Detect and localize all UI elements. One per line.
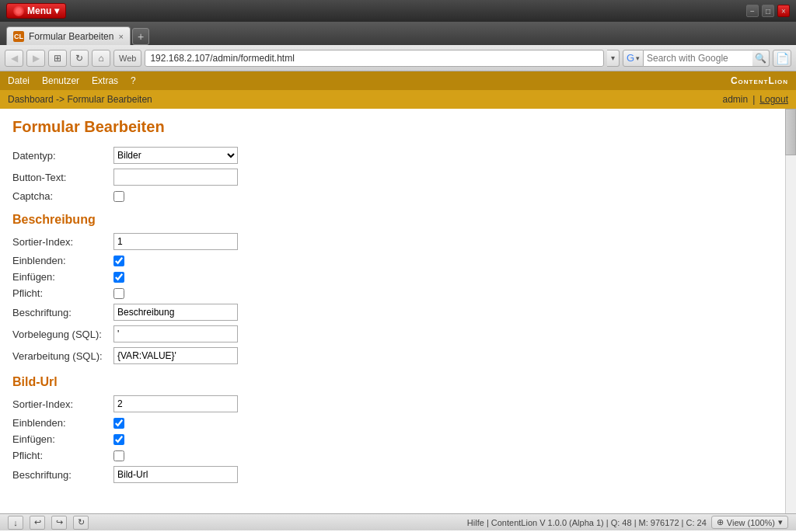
pipe-separator: | [752, 94, 755, 105]
bildurl-einblenden-row: Einblenden: [12, 417, 784, 429]
breadcrumb-text: Dashboard -> Formular Bearbeiten [8, 94, 152, 105]
maximize-button[interactable]: □ [762, 5, 774, 17]
bildurl-sortier-label: Sortier-Index: [12, 398, 113, 410]
beschreibung-verarbeitung-label: Verarbeitung (SQL): [12, 350, 113, 362]
beschreibung-vorbelegung-row: Vorbelegung (SQL): [12, 325, 784, 342]
bildurl-einfuegen-row: Einfügen: [12, 433, 784, 445]
menu-extras[interactable]: Extras [92, 75, 118, 86]
datentyp-select[interactable]: Bilder Text Zahl Datum [113, 147, 238, 164]
browser-titlebar: Menu ▾ − □ × [0, 0, 796, 22]
address-dropdown[interactable]: ▾ [607, 50, 620, 67]
search-area: G ▾ 🔍 [623, 50, 770, 67]
minimize-button[interactable]: − [746, 5, 759, 17]
beschreibung-sortier-label: Sortier-Index: [12, 236, 113, 248]
magnify-icon: ⊕ [717, 517, 724, 527]
section-title-beschreibung: Beschreibung [12, 213, 784, 227]
breadcrumb-right: admin | Logout [722, 94, 788, 105]
bildurl-einblenden-label: Einblenden: [12, 417, 113, 429]
app-menubar: Datei Benutzer Extras ? ContentLion [0, 71, 796, 90]
browser-navbar: ◀ ▶ ⊞ ↻ ⌂ Web ▾ G ▾ 🔍 📄 [0, 45, 796, 71]
browser-menu-button[interactable]: Menu ▾ [6, 3, 66, 19]
window-controls: − □ × [746, 5, 790, 17]
logout-link[interactable]: Logout [759, 94, 788, 105]
status-icon-back[interactable]: ↩ [30, 516, 45, 530]
button-text-row: Button-Text: [12, 169, 784, 186]
beschreibung-einfuegen-checkbox[interactable] [113, 272, 124, 283]
history-button[interactable]: ⊞ [48, 50, 67, 67]
captcha-label: Captcha: [12, 190, 113, 202]
bildurl-beschriftung-row: Beschriftung: [12, 466, 784, 483]
forward-button[interactable]: ▶ [26, 50, 45, 67]
bildurl-sortier-input[interactable] [113, 395, 238, 412]
menu-label: Menu [27, 5, 51, 16]
menu-datei[interactable]: Datei [8, 75, 30, 86]
beschreibung-beschriftung-row: Beschriftung: [12, 304, 784, 321]
menu-help[interactable]: ? [131, 75, 136, 86]
beschreibung-pflicht-checkbox[interactable] [113, 288, 124, 299]
beschreibung-pflicht-row: Pflicht: [12, 287, 784, 299]
beschreibung-sortier-index-row: Sortier-Index: [12, 233, 784, 250]
section-title-bild-url: Bild-Url [12, 375, 784, 389]
beschreibung-einblenden-checkbox[interactable] [113, 256, 124, 266]
bildurl-einblenden-checkbox[interactable] [113, 418, 124, 429]
button-text-input[interactable] [113, 169, 238, 186]
app-breadcrumb: Dashboard -> Formular Bearbeiten admin |… [0, 90, 796, 109]
close-button[interactable]: × [777, 5, 790, 17]
browser-tab-active[interactable]: CL Formular Bearbeiten × [6, 26, 131, 45]
admin-label: admin [722, 94, 748, 105]
search-engine-button[interactable]: G ▾ [623, 50, 644, 67]
beschreibung-pflicht-label: Pflicht: [12, 287, 113, 299]
bildurl-einfuegen-checkbox[interactable] [113, 434, 124, 445]
menu-arrow: ▾ [54, 5, 59, 16]
page-button[interactable]: 📄 [773, 50, 791, 67]
scrollbar-thumb[interactable] [785, 109, 796, 155]
beschreibung-vorbelegung-input[interactable] [113, 325, 238, 342]
page-title: Formular Bearbeiten [12, 118, 784, 136]
address-bar[interactable] [145, 50, 603, 67]
beschreibung-verarbeitung-input[interactable] [113, 347, 238, 364]
tab-favicon: CL [13, 31, 24, 42]
tab-title: Formular Bearbeiten [29, 31, 113, 42]
browser-tabbar: CL Formular Bearbeiten × + [0, 22, 796, 45]
contentlion-logo: ContentLion [731, 75, 788, 86]
bildurl-einfuegen-label: Einfügen: [12, 433, 113, 445]
bildurl-pflicht-row: Pflicht: [12, 450, 784, 461]
home-button[interactable]: ⌂ [92, 50, 110, 67]
status-icon-download[interactable]: ↓ [8, 516, 23, 530]
bildurl-pflicht-checkbox[interactable] [113, 450, 124, 461]
captcha-checkbox[interactable] [113, 191, 124, 202]
beschreibung-vorbelegung-label: Vorbelegung (SQL): [12, 329, 113, 340]
beschreibung-sortier-input[interactable] [113, 233, 238, 250]
view-arrow: ▾ [778, 517, 783, 527]
web-badge: Web [113, 50, 141, 67]
status-icon-refresh[interactable]: ↻ [73, 516, 89, 530]
bildurl-sortier-index-row: Sortier-Index: [12, 395, 784, 412]
bildurl-beschriftung-input[interactable] [113, 466, 238, 483]
captcha-row: Captcha: [12, 190, 784, 202]
search-input[interactable] [644, 50, 752, 67]
beschreibung-einblenden-label: Einblenden: [12, 255, 113, 266]
bildurl-beschriftung-label: Beschriftung: [12, 469, 113, 481]
tab-close-button[interactable]: × [119, 32, 124, 41]
bildurl-pflicht-label: Pflicht: [12, 450, 113, 461]
new-tab-button[interactable]: + [132, 28, 149, 45]
back-button[interactable]: ◀ [5, 50, 23, 67]
status-icon-forward[interactable]: ↪ [51, 516, 67, 530]
google-g-icon: G [627, 52, 634, 64]
beschreibung-einfuegen-label: Einfügen: [12, 271, 113, 283]
beschreibung-einfuegen-row: Einfügen: [12, 271, 784, 283]
app-content: Formular Bearbeiten Datentyp: Bilder Tex… [0, 109, 796, 513]
beschreibung-verarbeitung-row: Verarbeitung (SQL): [12, 347, 784, 364]
status-left: ↓ ↩ ↪ ↻ [8, 516, 89, 530]
datentyp-row: Datentyp: Bilder Text Zahl Datum [12, 147, 784, 164]
datentyp-label: Datentyp: [12, 150, 113, 162]
beschreibung-beschriftung-input[interactable] [113, 304, 238, 321]
button-text-label: Button-Text: [12, 172, 113, 183]
search-go-button[interactable]: 🔍 [752, 50, 770, 67]
menu-benutzer[interactable]: Benutzer [42, 75, 79, 86]
reload-button[interactable]: ↻ [70, 50, 89, 67]
search-engine-arrow: ▾ [636, 54, 640, 62]
view-badge[interactable]: ⊕ View (100%) ▾ [711, 516, 788, 529]
scrollbar-track [785, 109, 796, 513]
beschreibung-beschriftung-label: Beschriftung: [12, 307, 113, 318]
